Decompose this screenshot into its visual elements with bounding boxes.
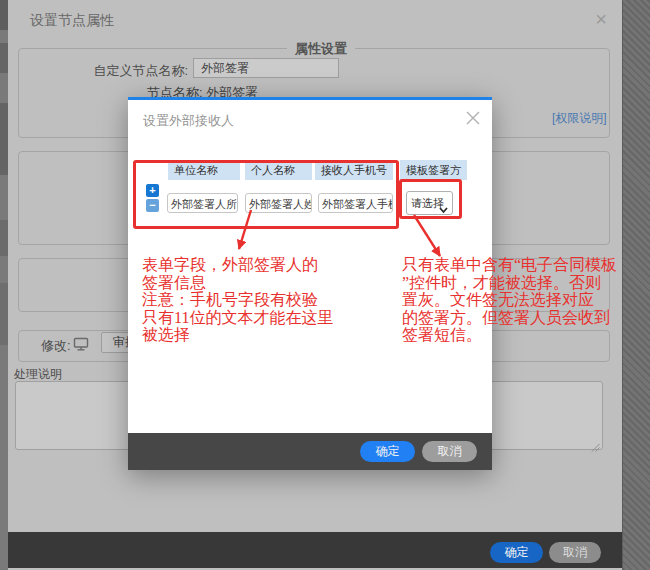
property-settings-legend: 属性设置 xyxy=(287,40,355,58)
canvas-node-fragment xyxy=(0,283,8,345)
phone-number-input[interactable]: 外部签署人手机 xyxy=(318,193,393,213)
screen: 设置节点属性 × 属性设置 自定义节点名称: 外部签署 节点名称: 外部签署 [… xyxy=(0,0,650,570)
monitor-icon xyxy=(73,336,89,352)
canvas-node-fragment xyxy=(0,43,8,73)
template-signer-select[interactable]: 请选择 xyxy=(406,191,453,215)
custom-node-name-input[interactable]: 外部签署 xyxy=(193,58,339,78)
canvas-node-fragment xyxy=(0,220,8,256)
canvas-right-strip xyxy=(622,0,650,570)
close-icon[interactable] xyxy=(464,109,482,127)
close-icon[interactable]: × xyxy=(590,8,612,30)
column-header-unit: 单位名称 xyxy=(168,160,240,180)
confirm-button[interactable]: 确定 xyxy=(490,542,543,563)
canvas-node-fragment xyxy=(0,0,8,30)
resize-handle-icon[interactable] xyxy=(591,438,600,447)
remove-row-button[interactable]: − xyxy=(146,199,159,212)
cancel-button[interactable]: 取消 xyxy=(549,542,601,563)
dialog-footer: 确定 取消 xyxy=(8,532,622,568)
canvas-left-strip xyxy=(0,0,8,570)
unit-name-input[interactable]: 外部签署人所 xyxy=(167,193,238,213)
dialog-title: 设置节点属性 xyxy=(30,12,114,30)
canvas-node-fragment xyxy=(0,103,8,175)
add-row-button[interactable]: + xyxy=(146,184,159,197)
permission-help-link[interactable]: [权限说明] xyxy=(552,110,607,127)
person-name-input[interactable]: 外部签署人姓 xyxy=(245,193,312,213)
column-header-person: 个人名称 xyxy=(245,160,312,180)
modal-title: 设置外部接收人 xyxy=(143,112,234,130)
modal-footer: 确定 取消 xyxy=(128,433,492,470)
chevron-down-icon xyxy=(439,200,448,207)
external-recipient-modal: 设置外部接收人 单位名称 个人名称 接收人手机号 模板签署方 + − 外部签署人… xyxy=(128,97,492,470)
column-header-phone: 接收人手机号 xyxy=(315,160,393,180)
cancel-button[interactable]: 取消 xyxy=(422,441,477,462)
custom-node-name-label: 自定义节点名称: xyxy=(58,62,188,80)
column-header-template-signer: 模板签署方 xyxy=(400,160,467,180)
modify-label: 修改: xyxy=(41,337,71,355)
confirm-button[interactable]: 确定 xyxy=(360,441,415,462)
